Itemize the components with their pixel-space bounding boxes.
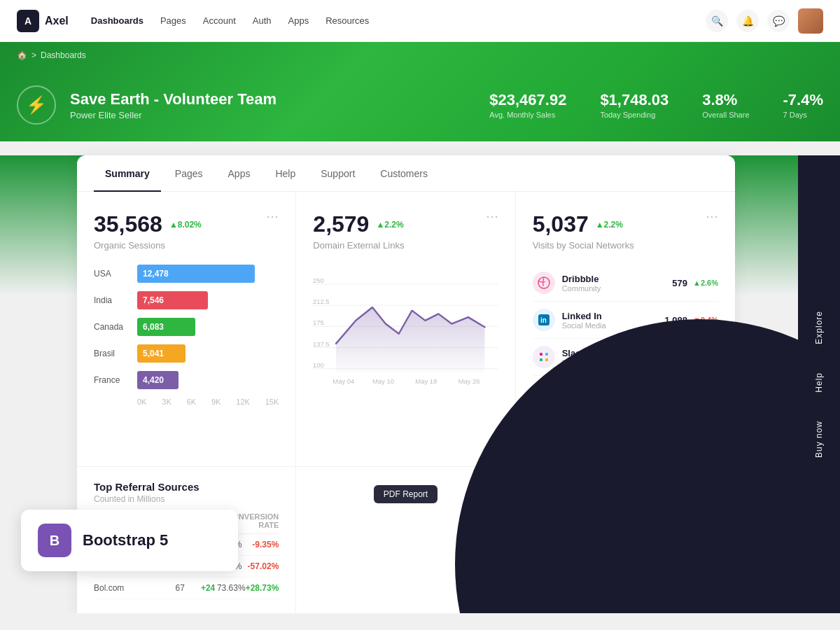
metric-external-links: 2,579 ▲2.2% Domain External Links ⋯: [296, 192, 515, 467]
referral-title: Top Referral Sources: [94, 481, 200, 493]
nav-resources[interactable]: Resources: [326, 15, 369, 26]
dribbble-change: ▲2.6%: [693, 279, 718, 287]
7days-label: 7 Days: [783, 111, 823, 119]
right-side-panel: Explore Help Buy now: [798, 155, 840, 613]
referral-row-3: Bol.com 67 +24 73.63% +28.73%: [94, 578, 279, 599]
tab-pages[interactable]: Pages: [164, 155, 214, 192]
hero-stats: $23,467.92 Avg. Monthly Sales $1,748.03 …: [489, 91, 823, 119]
svg-rect-17: [540, 353, 542, 356]
middle-bottom-panel: PDF Report: [296, 467, 515, 613]
social-item-linkedin: in Linked In Social Media 1,088 ▼0.4%: [533, 302, 718, 339]
social-networks-value: 5,037 ▲2.2%: [533, 211, 634, 237]
social-networks-badge: ▲2.2%: [596, 220, 623, 230]
nav-apps[interactable]: Apps: [288, 15, 309, 26]
breadcrumb-separator: >: [31, 50, 36, 60]
top-pages-subtitle: Counted in Millions: [533, 494, 644, 504]
social-text-linkedin: Linked In Social Media: [562, 311, 606, 330]
bar-india: 7,546: [137, 291, 208, 309]
bar-row-brasil: Brasil 5,041: [94, 344, 279, 363]
social-item-slack: Slack Messanger 794 ▲0.2%: [533, 339, 718, 376]
tab-apps[interactable]: Apps: [217, 155, 262, 192]
brand[interactable]: A Axel: [17, 10, 69, 32]
hero-logo: ⚡: [17, 85, 56, 125]
metric-menu-social[interactable]: ⋯: [706, 209, 718, 224]
today-spending-value: $1,748.03: [600, 91, 668, 109]
nav-dashboards[interactable]: Dashboards: [91, 15, 144, 26]
avatar[interactable]: [798, 8, 823, 34]
organic-sessions-badge: ▲8.02%: [169, 220, 202, 230]
bar-row-france: France 4,420: [94, 371, 279, 389]
nav-account[interactable]: Account: [203, 15, 236, 26]
svg-text:May 18: May 18: [416, 377, 438, 385]
top-pages-title: Top Performing Pages: [533, 481, 644, 493]
monthly-sales-value: $23,467.92: [489, 91, 566, 109]
hero-content: ⚡ Save Earth - Volunteer Team Power Elit…: [17, 69, 823, 141]
monthly-sales-label: Avg. Monthly Sales: [489, 111, 566, 119]
svg-text:137.5: 137.5: [313, 340, 330, 348]
bar-brasil: 5,041: [137, 344, 186, 363]
nav-auth[interactable]: Auth: [253, 15, 272, 26]
bar-row-canada: Canada 6,083: [94, 318, 279, 336]
buy-now-button[interactable]: Buy now: [804, 407, 834, 472]
social-item-youtube: YouTube Video Channel 978 ▲4.1%: [533, 376, 718, 413]
organic-sessions-label: Organic Sessions: [94, 240, 202, 251]
linkedin-change: ▼0.4%: [693, 316, 718, 324]
top-pages-row-2: Products 446 -576 1.45 0.32: [533, 556, 718, 578]
svg-point-25: [546, 428, 547, 429]
hero-stat-today-spending: $1,748.03 Today Spending: [600, 91, 668, 119]
home-icon: 🏠: [17, 50, 27, 60]
explore-button[interactable]: Explore: [804, 297, 834, 358]
dribbble-icon: [533, 272, 555, 294]
youtube-change: ▲4.1%: [693, 390, 718, 398]
slack-icon: [533, 346, 555, 368]
bar-usa: 12,478: [137, 265, 255, 283]
top-pages-table-header: LANDING PAGE CLICKS AVG. POSITION: [533, 512, 718, 534]
social-item-instagram: Instagram Social Network 1,458 ▲8.3%: [533, 413, 718, 449]
external-links-label: Domain External Links: [313, 240, 404, 251]
linkedin-count: 1,088: [664, 315, 687, 326]
metric-menu-sessions[interactable]: ⋯: [266, 209, 279, 224]
hero-text: Save Earth - Volunteer Team Power Elite …: [70, 90, 276, 120]
tab-help[interactable]: Help: [264, 155, 307, 192]
search-button[interactable]: 🔍: [706, 10, 728, 32]
svg-rect-20: [545, 358, 548, 361]
nav-pages[interactable]: Pages: [160, 15, 186, 26]
social-text-dribbble: Dribbble Community: [562, 274, 601, 293]
svg-text:250: 250: [313, 276, 324, 284]
instagram-count: 1,458: [664, 426, 687, 437]
tab-customers[interactable]: Customers: [369, 155, 439, 192]
bootstrap-icon: B: [38, 524, 71, 557]
svg-text:100: 100: [313, 361, 324, 369]
svg-text:in: in: [540, 316, 547, 324]
notifications-button[interactable]: 🔔: [736, 10, 759, 32]
nav-right: 🔍 🔔 💬: [706, 8, 823, 34]
line-chart-container: 250 212.5 175 137.5 100: [313, 262, 498, 402]
svg-rect-23: [539, 426, 549, 436]
brand-name: Axel: [45, 15, 69, 27]
social-networks-label: Visits by Social Networks: [533, 240, 634, 251]
hero-stat-7days: -7.4% 7 Days: [783, 91, 823, 119]
tab-support[interactable]: Support: [309, 155, 366, 192]
bar-row-usa: USA 12,478: [94, 265, 279, 283]
youtube-count: 978: [672, 389, 687, 400]
slack-change: ▲0.2%: [693, 353, 718, 361]
tab-summary[interactable]: Summary: [94, 155, 161, 192]
bar-canada: 6,083: [137, 318, 195, 336]
today-spending-label: Today Spending: [600, 111, 668, 119]
pdf-report-button[interactable]: PDF Report: [374, 485, 438, 503]
help-button[interactable]: Help: [804, 358, 834, 407]
7days-value: -7.4%: [783, 91, 823, 109]
top-pages-pdf-button[interactable]: PDF Report: [654, 479, 718, 498]
top-pages-row-1: Index 1,256 -935 2.63 -1.35: [533, 534, 718, 556]
hero-title: Save Earth - Volunteer Team: [70, 90, 276, 108]
metric-menu-links[interactable]: ⋯: [486, 209, 498, 224]
slack-count: 794: [672, 352, 687, 363]
hero-stat-monthly-sales: $23,467.92 Avg. Monthly Sales: [489, 91, 566, 119]
bootstrap-banner: B Bootstrap 5: [21, 510, 238, 571]
messages-button[interactable]: 💬: [767, 10, 790, 32]
referral-subtitle: Counted in Millions: [94, 494, 200, 504]
instagram-icon: [533, 420, 555, 442]
tabs: Summary Pages Apps Help Support Customer…: [77, 155, 735, 192]
svg-text:May 10: May 10: [372, 377, 394, 385]
external-links-value: 2,579 ▲2.2%: [313, 211, 404, 237]
